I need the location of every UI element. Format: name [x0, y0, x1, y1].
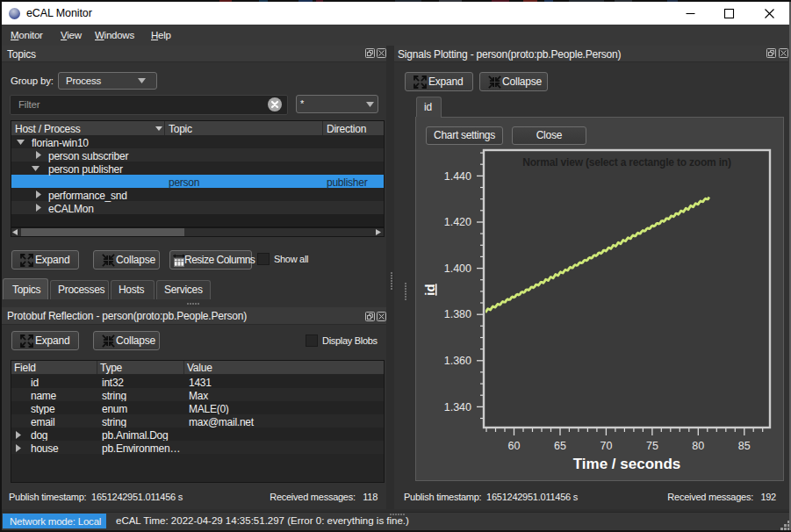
svg-text:1.400: 1.400 — [444, 262, 471, 275]
svg-text:80: 80 — [692, 440, 704, 452]
svg-text:1.440: 1.440 — [444, 170, 471, 183]
svg-text:1.420: 1.420 — [444, 216, 471, 228]
svg-text:id: id — [422, 284, 437, 295]
svg-text:1.360: 1.360 — [444, 355, 471, 367]
svg-text:Time / seconds: Time / seconds — [573, 456, 681, 472]
svg-text:60: 60 — [508, 440, 521, 452]
svg-text:65: 65 — [554, 440, 566, 452]
svg-text:85: 85 — [738, 440, 751, 452]
svg-text:75: 75 — [646, 440, 658, 452]
svg-text:Normal view (select a rectangl: Normal view (select a rectangle to zoom … — [522, 156, 731, 169]
svg-text:1.380: 1.380 — [444, 308, 471, 320]
svg-text:1.340: 1.340 — [444, 401, 471, 413]
svg-text:70: 70 — [600, 440, 612, 452]
